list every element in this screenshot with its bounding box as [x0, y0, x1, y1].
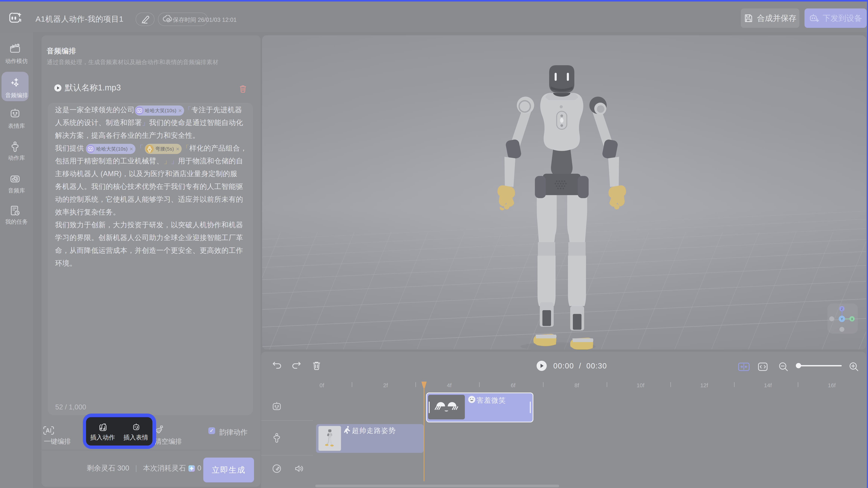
svg-text:X: X — [851, 317, 853, 321]
svg-text:Z: Z — [841, 307, 843, 311]
svg-text:Y: Y — [841, 317, 843, 321]
